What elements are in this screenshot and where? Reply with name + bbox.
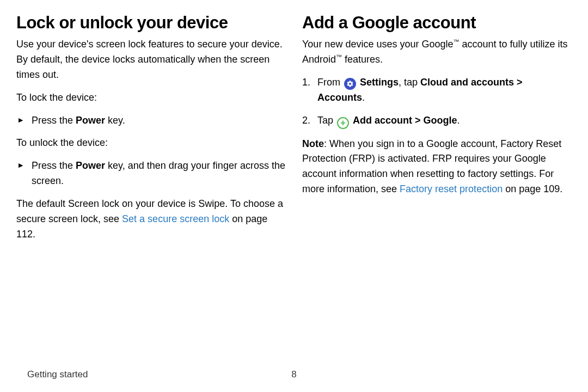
text: . [457,115,460,126]
add-account-bold: Add account [353,115,412,126]
left-column: Lock or unlock your device Use your devi… [16,13,286,250]
link-factory-reset-protection[interactable]: Factory reset protection [400,183,503,194]
heading-lock-unlock: Lock or unlock your device [16,13,286,33]
separator: > [514,77,523,88]
unlock-bullet-list: Press the Power key, and then drag your … [16,158,286,189]
lock-bullet-list: Press the Power key. [16,113,286,128]
text: key. [105,115,125,126]
text: Tap [317,115,336,126]
accounts-bold: Accounts [317,92,362,103]
link-set-secure-screen-lock[interactable]: Set a secure screen lock [122,213,229,224]
cloud-accounts-bold: Cloud and accounts [420,77,514,88]
steps-list: 1. From Settings, tap Cloud and accounts… [302,75,572,129]
note-label: Note [302,138,324,149]
page-footer: Getting started 8 [0,369,588,380]
unlock-bullet-item: Press the Power key, and then drag your … [32,158,286,189]
step-1: 1. From Settings, tap Cloud and accounts… [317,75,572,106]
text: From [317,77,343,88]
text: features. [342,54,383,65]
note-text: Note: When you sign in to a Google accou… [302,137,572,198]
google-intro: Your new device uses your Google™ accoun… [302,37,572,68]
step-2: 2. Tap + Add account > Google. [317,113,572,129]
lock-label: To lock the device: [16,90,286,106]
trademark-symbol: ™ [454,38,460,45]
step-number: 1. [302,75,310,90]
unlock-label: To unlock the device: [16,136,286,151]
text: Press the [32,115,76,126]
text: , tap [399,77,420,88]
settings-icon [344,78,356,90]
heading-add-google-account: Add a Google account [302,13,572,33]
outro-text: The default Screen lock on your device i… [16,197,286,242]
footer-page-number: 8 [291,369,296,380]
step-number: 2. [302,113,310,128]
right-column: Add a Google account Your new device use… [302,13,572,250]
intro-text: Use your device's screen lock features t… [16,37,286,83]
google-bold: Google [424,115,457,126]
plus-icon: + [337,117,349,129]
power-key-bold: Power [76,160,105,171]
trademark-symbol: ™ [336,53,342,60]
power-key-bold: Power [76,115,105,126]
separator: > [412,115,424,126]
text: . [362,92,365,103]
text: on page 109. [503,183,562,194]
text: Press the [32,160,76,171]
footer-section-name: Getting started [27,369,88,380]
lock-bullet-item: Press the Power key. [32,113,286,128]
settings-bold: Settings [360,77,399,88]
text: Your new device uses your Google [302,39,454,50]
